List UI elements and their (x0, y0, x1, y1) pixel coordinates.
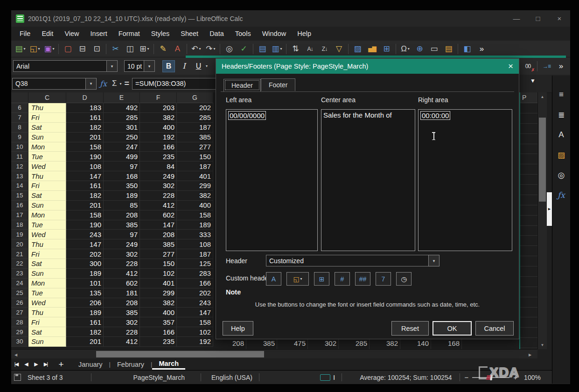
menu-insert[interactable]: Insert (85, 27, 113, 41)
cell-day[interactable]: Thu (28, 103, 66, 113)
text-attributes-button[interactable]: A (266, 272, 281, 286)
cell-day[interactable]: Sun (28, 269, 66, 279)
cell-value[interactable]: 382 (140, 113, 177, 123)
header-select-combo[interactable]: Customized ▾ (266, 255, 439, 266)
cell-day[interactable]: Fri (28, 317, 66, 327)
cell-value[interactable]: 166 (140, 142, 177, 152)
row-header-30[interactable]: 30 (11, 337, 28, 347)
new-document-dropdown-icon[interactable]: ▾ (24, 47, 26, 51)
reset-button[interactable]: Reset (391, 321, 429, 336)
cell-value[interactable]: 277 (177, 142, 213, 152)
column-header-P[interactable]: P (520, 92, 537, 103)
row-header-12[interactable]: 12 (11, 161, 28, 171)
cell-day[interactable]: Wed (28, 298, 66, 308)
sheet-info[interactable]: Sheet 3 of 3 (28, 374, 63, 381)
empty-cell[interactable] (520, 236, 537, 246)
sheet-tab-march[interactable]: March (152, 359, 185, 370)
empty-cell[interactable] (520, 297, 537, 308)
zoom-slider-thumb[interactable] (490, 375, 492, 380)
column-dropdown-icon[interactable]: ▾ (280, 47, 282, 51)
underline-button[interactable]: U (192, 60, 205, 72)
row-header-28[interactable]: 28 (11, 317, 28, 327)
cell-value[interactable]: 285 (177, 113, 213, 123)
close-button[interactable]: × (549, 10, 570, 27)
empty-cell[interactable] (520, 113, 537, 124)
empty-cell[interactable] (520, 195, 537, 205)
cell-day[interactable]: Mon (28, 142, 66, 152)
cell-value[interactable]: 192 (140, 133, 177, 142)
freeze-rows-and-columns-icon[interactable]: ◧ (460, 42, 474, 55)
export-pdf-icon[interactable]: ▢ (61, 42, 75, 55)
column-header-G[interactable]: G (177, 92, 213, 103)
cell-value[interactable]: 182 (66, 191, 104, 201)
cell-value[interactable]: 412 (140, 201, 177, 210)
empty-cell[interactable] (520, 124, 537, 134)
cell-day[interactable]: Fri (28, 113, 66, 123)
cell-value[interactable]: 166 (177, 279, 213, 288)
row-header-7[interactable]: 7 (11, 113, 28, 123)
name-box[interactable]: Q38 ▾ (12, 78, 97, 90)
find-and-replace-icon[interactable]: ◎ (222, 42, 237, 55)
cell-day[interactable]: Tue (28, 288, 66, 298)
menu-view[interactable]: View (59, 27, 84, 41)
empty-cell[interactable] (520, 277, 537, 287)
cell-day[interactable]: Sat (28, 259, 66, 269)
cell-value[interactable]: 228 (104, 259, 140, 269)
format-toolbar-overflow-icon[interactable]: » (554, 60, 568, 72)
cell-value[interactable]: 190 (66, 220, 104, 230)
first-sheet-icon[interactable]: |◀ (11, 361, 21, 367)
column-icon[interactable]: ▥▾ (270, 42, 284, 55)
empty-cell[interactable] (520, 216, 537, 226)
cell-value[interactable]: 189 (66, 269, 104, 279)
cell-value[interactable]: 190 (66, 152, 104, 161)
empty-cell[interactable] (520, 256, 537, 266)
column-header-C[interactable]: C (28, 92, 66, 103)
insert-image-icon[interactable]: ▨ (350, 42, 365, 55)
undo-icon[interactable]: ↶▾ (189, 42, 203, 55)
empty-cell[interactable] (520, 175, 537, 185)
header-select-dropdown-icon[interactable]: ▾ (428, 255, 439, 266)
cell-day[interactable]: Tue (28, 220, 66, 230)
empty-cell[interactable] (520, 266, 537, 277)
cell-day[interactable]: Mon (28, 210, 66, 220)
empty-cell[interactable] (520, 226, 537, 236)
cell-value[interactable]: 602 (140, 210, 177, 220)
cell-value[interactable]: 150 (140, 259, 177, 269)
cell-value[interactable]: 102 (140, 269, 177, 279)
cell-value[interactable]: 208 (104, 210, 140, 220)
row-header-15[interactable]: 15 (11, 191, 28, 201)
empty-cell[interactable] (520, 103, 537, 113)
row-header-20[interactable]: 20 (11, 239, 28, 249)
partial-cell-value[interactable]: 208 (216, 339, 246, 349)
cell-value[interactable]: 243 (177, 298, 213, 308)
menu-format[interactable]: Format (113, 27, 146, 41)
cell-value[interactable]: 168 (104, 171, 140, 181)
maximize-button[interactable]: □ (527, 10, 549, 27)
cell-value[interactable]: 499 (104, 152, 140, 161)
cell-value[interactable]: 108 (66, 161, 104, 171)
cell-value[interactable]: 181 (104, 288, 140, 298)
cell-value[interactable]: 401 (177, 171, 213, 181)
cell-value[interactable]: 147 (66, 239, 104, 249)
cell-day[interactable]: Sun (28, 133, 66, 142)
cell-value[interactable]: 492 (104, 103, 140, 113)
cut-icon[interactable]: ✂ (108, 42, 123, 55)
function-wizard-icon[interactable]: ƒx (100, 79, 107, 88)
insert-comment-icon[interactable]: ▭ (427, 42, 441, 55)
cell-value[interactable]: 147 (177, 308, 213, 317)
print-preview-icon[interactable]: ⊡ (90, 42, 104, 55)
cell-value[interactable]: 602 (104, 279, 140, 288)
autofilter-icon[interactable]: ▽ (332, 42, 346, 55)
insert-hyperlink-icon[interactable]: ⊕ (412, 42, 427, 55)
menu-edit[interactable]: Edit (36, 27, 59, 41)
cell-day[interactable]: Sat (28, 191, 66, 201)
cell-day[interactable]: Sat (28, 123, 66, 133)
cell-value[interactable]: 285 (104, 113, 140, 123)
delete-decimal-place-icon[interactable]: 00✗ (521, 60, 535, 72)
vertical-scrollbar[interactable]: ▲ ▼ (537, 92, 547, 349)
undo-dropdown-icon[interactable]: ▾ (199, 47, 201, 51)
right-area-input[interactable]: 00:00:00 (418, 109, 512, 251)
cell-value[interactable]: 182 (66, 123, 104, 133)
insert-page-count-button[interactable]: ## (355, 272, 370, 286)
sidebar-collapse-handle[interactable]: ▶ (547, 192, 552, 226)
